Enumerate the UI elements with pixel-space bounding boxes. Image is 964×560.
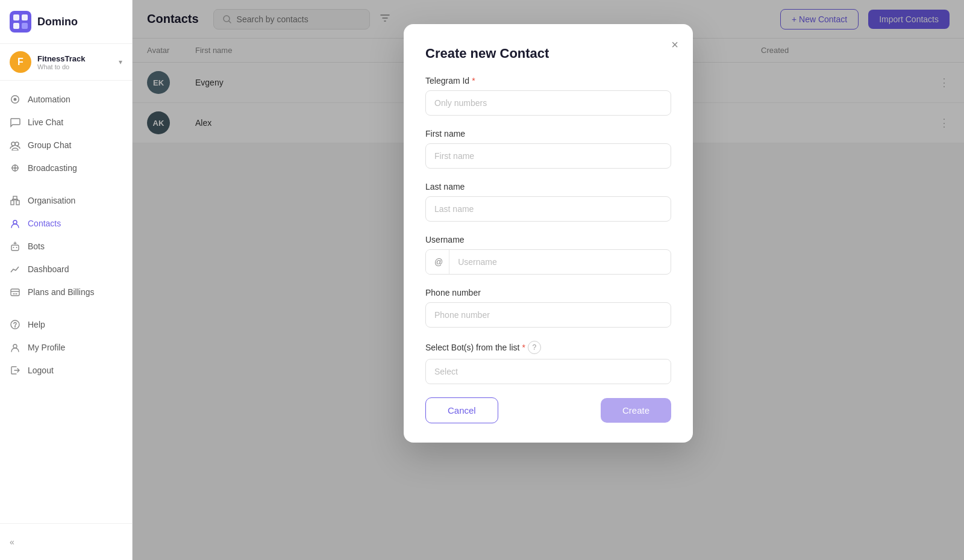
svg-rect-0 xyxy=(10,11,31,33)
plans-billings-icon xyxy=(10,287,20,297)
workspace-name: FitnessTrack xyxy=(37,54,113,63)
broadcasting-icon xyxy=(10,163,20,173)
dashboard-icon xyxy=(10,264,20,275)
telegram-id-group: Telegram Id * xyxy=(425,76,671,116)
username-group: Username @ xyxy=(425,235,671,275)
sidebar-item-broadcasting[interactable]: Broadcasting xyxy=(0,157,132,179)
sidebar-item-label-bots: Bots xyxy=(28,241,45,251)
username-input-wrapper: @ xyxy=(425,249,671,275)
create-contact-modal: Create new Contact × Telegram Id * First… xyxy=(404,24,693,443)
svg-point-14 xyxy=(16,247,17,248)
svg-rect-8 xyxy=(11,201,14,205)
live-chat-icon xyxy=(10,117,20,128)
workspace-avatar: F xyxy=(10,51,31,73)
telegram-id-label: Telegram Id * xyxy=(425,76,671,86)
last-name-input[interactable] xyxy=(425,196,671,222)
chevron-down-icon: ▾ xyxy=(119,58,122,66)
workspace-selector[interactable]: F FitnessTrack What to do ▾ xyxy=(0,44,132,81)
select-bots-group: Select Bot(s) from the list * ? xyxy=(425,341,671,384)
sidebar-bottom: « xyxy=(0,523,132,560)
workspace-subtitle: What to do xyxy=(37,63,113,70)
svg-point-7 xyxy=(14,167,16,169)
sidebar-item-logout[interactable]: Logout xyxy=(0,359,132,382)
sidebar-item-my-profile[interactable]: My Profile xyxy=(0,336,132,359)
sidebar-item-label-plans-billings: Plans and Billings xyxy=(28,287,95,297)
svg-point-13 xyxy=(13,247,14,248)
svg-point-11 xyxy=(13,220,17,224)
domino-logo-icon xyxy=(10,11,31,33)
required-star-bots: * xyxy=(522,343,525,352)
organisation-icon xyxy=(10,195,20,206)
sidebar-item-dashboard[interactable]: Dashboard xyxy=(0,258,132,281)
sidebar-item-label-my-profile: My Profile xyxy=(28,343,65,352)
help-icon-bots[interactable]: ? xyxy=(528,341,541,354)
svg-rect-1 xyxy=(13,14,19,20)
sidebar-nav: Automation Live Chat Group Chat Broadcas… xyxy=(0,81,132,523)
svg-rect-9 xyxy=(16,201,19,205)
sidebar-item-group-chat[interactable]: Group Chat xyxy=(0,134,132,157)
first-name-input[interactable] xyxy=(425,143,671,169)
create-button[interactable]: Create xyxy=(601,398,671,423)
first-name-group: First name xyxy=(425,129,671,169)
logo-area: Domino xyxy=(0,0,132,44)
svg-rect-3 xyxy=(13,23,19,29)
modal-title: Create new Contact xyxy=(425,46,671,61)
workspace-info: FitnessTrack What to do xyxy=(37,54,113,70)
sidebar-item-label-live-chat: Live Chat xyxy=(28,117,63,127)
select-bots-input[interactable] xyxy=(425,359,671,384)
phone-number-group: Phone number xyxy=(425,288,671,328)
help-icon xyxy=(10,319,20,330)
cancel-button[interactable]: Cancel xyxy=(425,397,498,423)
sidebar-item-label-organisation: Organisation xyxy=(28,196,75,205)
svg-point-17 xyxy=(13,344,17,348)
app-title: Domino xyxy=(37,16,78,28)
phone-number-label: Phone number xyxy=(425,288,671,297)
first-name-label: First name xyxy=(425,129,671,138)
svg-rect-15 xyxy=(11,289,19,296)
sidebar-item-label-help: Help xyxy=(28,320,45,329)
sidebar-item-label-contacts: Contacts xyxy=(28,219,61,228)
my-profile-icon xyxy=(10,342,20,353)
svg-rect-12 xyxy=(11,245,19,250)
select-bots-label: Select Bot(s) from the list * ? xyxy=(425,341,671,354)
sidebar: Domino F FitnessTrack What to do ▾ Autom… xyxy=(0,0,133,560)
username-label: Username xyxy=(425,235,671,244)
main-content: Contacts + New Contact Import Contacts A… xyxy=(133,0,964,560)
sidebar-item-help[interactable]: Help xyxy=(0,313,132,336)
sidebar-item-live-chat[interactable]: Live Chat xyxy=(0,111,132,134)
svg-rect-4 xyxy=(22,23,28,29)
contacts-icon xyxy=(10,218,20,229)
svg-point-5 xyxy=(11,142,15,146)
required-star: * xyxy=(472,76,475,86)
sidebar-item-label-group-chat: Group Chat xyxy=(28,140,71,150)
logout-icon xyxy=(10,365,20,376)
sidebar-item-contacts[interactable]: Contacts xyxy=(0,212,132,235)
modal-close-button[interactable]: × xyxy=(669,36,681,53)
group-chat-icon xyxy=(10,140,20,151)
automation-icon xyxy=(10,94,20,105)
last-name-group: Last name xyxy=(425,182,671,222)
sidebar-item-bots[interactable]: Bots xyxy=(0,235,132,258)
sidebar-item-label-logout: Logout xyxy=(28,366,54,375)
username-input[interactable] xyxy=(449,250,671,274)
sidebar-collapse-button[interactable]: « xyxy=(0,531,132,553)
bots-icon xyxy=(10,241,20,252)
modal-overlay: Create new Contact × Telegram Id * First… xyxy=(133,0,964,560)
last-name-label: Last name xyxy=(425,182,671,191)
svg-rect-2 xyxy=(22,14,28,20)
svg-rect-10 xyxy=(13,196,17,199)
sidebar-item-label-dashboard: Dashboard xyxy=(28,264,69,274)
phone-number-input[interactable] xyxy=(425,302,671,328)
svg-point-6 xyxy=(15,142,19,146)
sidebar-item-label-broadcasting: Broadcasting xyxy=(28,163,77,173)
telegram-id-input[interactable] xyxy=(425,90,671,116)
sidebar-item-organisation[interactable]: Organisation xyxy=(0,189,132,212)
modal-footer: Cancel Create xyxy=(425,397,671,423)
sidebar-item-plans-billings[interactable]: Plans and Billings xyxy=(0,281,132,303)
sidebar-item-automation[interactable]: Automation xyxy=(0,88,132,111)
sidebar-item-label-automation: Automation xyxy=(28,95,70,104)
at-prefix: @ xyxy=(426,250,449,274)
